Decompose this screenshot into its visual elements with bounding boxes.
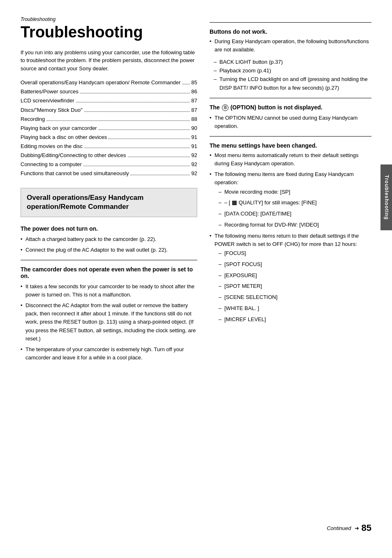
section-menu-title: The menu settings have been changed. <box>210 142 371 149</box>
footer-arrow-icon: ➜ <box>355 525 359 531</box>
divider-top <box>210 22 371 23</box>
toc-item-3: LCD screen/viewfinder 87 <box>21 96 197 105</box>
list-item: Most menu items automatically return to … <box>210 151 371 168</box>
toc-item-1: Overall operations/Easy Handycam operati… <box>21 78 197 87</box>
left-column: Troubleshooting Troubleshooting If you r… <box>21 16 197 514</box>
list-item: Connect the plug of the AC Adaptor to th… <box>21 246 197 254</box>
section-menu-dashes2: [FOCUS] [SPOT FOCUS] [EXPOSURE] [SPOT ME… <box>219 249 371 324</box>
section-option-title: The ☰ (OPTION) button is not displayed. <box>210 104 371 111</box>
section-buttons: Buttons do not work. During Easy Handyca… <box>210 28 371 92</box>
footer-continued: Continued <box>327 525 351 531</box>
list-item: Playback zoom (p.41) <box>214 67 371 75</box>
list-item: [EXPOSURE] <box>219 271 371 280</box>
section-buttons-bullets: During Easy Handycam operation, the foll… <box>210 37 371 54</box>
right-column: Buttons do not work. During Easy Handyca… <box>210 16 371 514</box>
sidebar-label-wrapper: Troubleshooting <box>380 164 392 230</box>
list-item: Movie recording mode: [SP] <box>219 188 371 197</box>
page-title: Troubleshooting <box>21 24 197 41</box>
list-item: The OPTION MENU cannot be used during Ea… <box>210 114 371 130</box>
section-box: Overall operations/Easy Handycam operati… <box>21 188 197 217</box>
subsection-not-operate: The camcorder does not operate even when… <box>21 266 197 362</box>
footer-page-number: 85 <box>362 523 371 533</box>
list-item: The following menu items return to their… <box>210 232 371 324</box>
toc-item-4: Discs/"Memory Stick Duo" 87 <box>21 106 197 115</box>
divider-3 <box>210 136 371 137</box>
sidebar-label: Troubleshooting <box>383 175 389 220</box>
section-buttons-title: Buttons do not work. <box>210 28 371 35</box>
list-item: [DATA CODE]: [DATE/TIME] <box>219 210 371 218</box>
list-item: [SPOT METER] <box>219 282 371 291</box>
intro-text: If you run into any problems using your … <box>21 49 197 73</box>
list-item: It takes a few seconds for your camcorde… <box>21 282 197 299</box>
section-menu-settings: The menu settings have been changed. Mos… <box>210 142 371 324</box>
section-option-button: The ☰ (OPTION) button is not displayed. … <box>210 104 371 130</box>
toc-item-2: Batteries/Power sources 86 <box>21 87 197 96</box>
list-item: The following menu items are fixed durin… <box>210 170 371 229</box>
list-item: [MICREF LEVEL] <box>219 315 371 324</box>
main-content: Troubleshooting Troubleshooting If you r… <box>21 16 371 514</box>
list-item: Attach a charged battery pack to the cam… <box>21 235 197 243</box>
toc-item-8: Editing movies on the disc 91 <box>21 142 197 151</box>
list-item: BACK LIGHT button (p.37) <box>214 58 371 67</box>
section-menu-dashes1: Movie recording mode: [SP] – [ QUALITY] … <box>219 188 371 229</box>
section-box-title: Overall operations/Easy Handycam operati… <box>27 193 191 211</box>
toc-item-7: Playing back a disc on other devices 91 <box>21 133 197 142</box>
list-item: The temperature of your camcorder is ext… <box>21 345 197 362</box>
divider-2 <box>210 98 371 98</box>
footer: Continued ➜ 85 <box>21 523 371 533</box>
list-item: [FOCUS] <box>219 249 371 258</box>
toc-item-5: Recording 88 <box>21 115 197 124</box>
toc-list: Overall operations/Easy Handycam operati… <box>21 78 197 178</box>
subsection-power-on-title: The power does not turn on. <box>21 225 197 232</box>
list-item: Turning the LCD backlight on and off (pr… <box>214 75 371 93</box>
list-item: [WHITE BAL. ] <box>219 304 371 313</box>
subsection-not-operate-bullets: It takes a few seconds for your camcorde… <box>21 282 197 362</box>
section-menu-bullets: Most menu items automatically return to … <box>210 151 371 324</box>
toc-item-6: Playing back on your camcorder 90 <box>21 124 197 133</box>
subsection-not-operate-title: The camcorder does not operate even when… <box>21 266 197 279</box>
subsection-power-on-bullets: Attach a charged battery pack to the cam… <box>21 235 197 254</box>
toc-item-11: Functions that cannot be used simultaneo… <box>21 169 197 178</box>
list-item: [SCENE SELECTION] <box>219 293 371 302</box>
list-item: [SPOT FOCUS] <box>219 260 371 269</box>
toc-item-9: Dubbing/Editing/Connecting to other devi… <box>21 151 197 160</box>
subsection-power-on: The power does not turn on. Attach a cha… <box>21 225 197 254</box>
list-item: Disconnect the AC Adaptor from the wall … <box>21 301 197 343</box>
page: Troubleshooting Troubleshooting If you r… <box>0 0 392 558</box>
list-item: Recording format for DVD-RW: [VIDEO] <box>219 221 371 229</box>
breadcrumb: Troubleshooting <box>21 16 197 22</box>
divider <box>21 260 197 260</box>
list-item: During Easy Handycam operation, the foll… <box>210 37 371 54</box>
toc-item-10: Connecting to a computer 92 <box>21 160 197 169</box>
section-buttons-dashes: BACK LIGHT button (p.37) Playback zoom (… <box>214 58 371 92</box>
section-option-bullets: The OPTION MENU cannot be used during Ea… <box>210 114 371 130</box>
list-item: – [ QUALITY] for still images: [FINE] <box>219 199 371 207</box>
